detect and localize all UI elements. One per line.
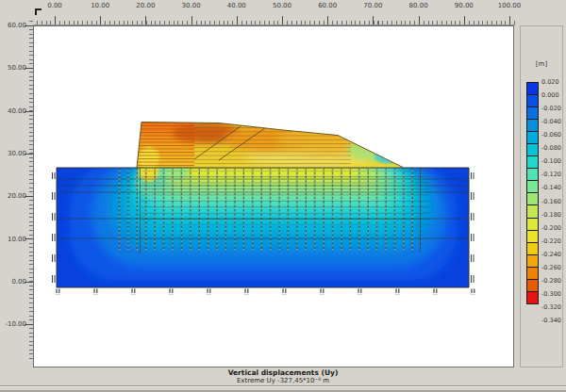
colorbar-cell xyxy=(526,230,539,243)
colorbar-value: -0.060 xyxy=(541,131,561,139)
left-ruler-label: 60.00 xyxy=(8,22,26,29)
top-ruler-label: 40.00 xyxy=(227,2,246,9)
colorbar-value: -0.180 xyxy=(541,211,561,219)
legend-panel: [m] 0.0200.000-0.020-0.040-0.060-0.080-0… xyxy=(520,25,563,368)
legend-labels: 0.0200.000-0.020-0.040-0.060-0.080-0.100… xyxy=(541,82,564,327)
top-ruler-label: 70.00 xyxy=(363,2,382,9)
left-ruler-label: 30.00 xyxy=(8,150,26,157)
colorbar-cell xyxy=(526,242,539,255)
colorbar-cell xyxy=(526,192,539,205)
colorbar-cell xyxy=(526,254,539,268)
colorbar-cell xyxy=(526,131,539,144)
colorbar-value: -0.300 xyxy=(541,290,561,298)
colorbar-value: -0.160 xyxy=(541,198,561,205)
top-ruler: 0.00 10.00 20.00 30.00 40.00 50.00 60.00… xyxy=(33,2,516,11)
top-ruler-label: 0.00 xyxy=(47,2,62,9)
colorbar-cell xyxy=(526,82,539,95)
colorbar-cell xyxy=(526,94,539,107)
extreme-value-label: Extreme Uy -327,45*10⁻³ m xyxy=(0,377,566,384)
right-roller-symbols xyxy=(471,172,476,289)
colorbar-value: -0.280 xyxy=(541,277,561,285)
embankment xyxy=(136,121,407,170)
left-ruler-label: 20.00 xyxy=(8,192,26,200)
colorbar-value: -0.220 xyxy=(541,237,561,245)
colorbar-value: -0.320 xyxy=(541,303,561,311)
left-ruler-label: 40.00 xyxy=(8,107,26,115)
vertical-drains xyxy=(117,169,422,252)
colorbar-value: -0.080 xyxy=(541,144,561,152)
colorbar-cell xyxy=(526,204,539,218)
bottom-fixity-symbols xyxy=(55,289,475,295)
colorbar-cell xyxy=(526,143,539,156)
colorbar-cell xyxy=(526,180,539,193)
top-ruler-label: 100.00 xyxy=(498,2,522,9)
embankment-layer-lines xyxy=(194,123,351,167)
colorbar-value: 0.020 xyxy=(541,78,559,86)
colorbar-cell xyxy=(526,119,539,132)
colorbar-value: 0.000 xyxy=(541,91,559,99)
top-ruler-label: 30.00 xyxy=(182,2,201,9)
colorbar-cell xyxy=(526,106,539,120)
top-ruler-label: 80.00 xyxy=(409,2,428,9)
top-ruler-ticks xyxy=(33,12,515,25)
soil-block xyxy=(57,159,469,287)
legend-colorbar xyxy=(526,82,539,304)
top-ruler-label: 20.00 xyxy=(136,2,155,9)
colorbar-cell xyxy=(526,267,539,280)
colorbar-value: -0.240 xyxy=(541,251,561,258)
top-ruler-label: 90.00 xyxy=(455,2,474,9)
plot-caption: Vertical displacements (Uy) Extreme Uy -… xyxy=(0,368,566,384)
colorbar-value: -0.100 xyxy=(541,157,561,165)
colorbar-value: -0.260 xyxy=(541,264,561,271)
left-roller-symbols xyxy=(51,172,57,289)
colorbar-value: -0.340 xyxy=(541,317,561,324)
colorbar-cell xyxy=(526,218,539,231)
left-ruler-label: 50.00 xyxy=(8,64,26,72)
top-ruler-label: 10.00 xyxy=(91,2,109,9)
reinforcement-layers xyxy=(138,122,194,167)
plaxis-output-window: { "rulers": { "top": {"labels": ["0.00",… xyxy=(0,0,566,392)
statusbar-divider-highlight xyxy=(0,386,566,387)
legend-unit-label: [m] xyxy=(521,60,562,68)
colorbar-cell xyxy=(526,155,539,169)
plot-title: Vertical displacements (Uy) xyxy=(0,368,566,377)
colorbar-value: -0.200 xyxy=(541,224,561,232)
colorbar-value: -0.040 xyxy=(541,118,561,125)
displacement-contour-plot xyxy=(34,26,513,367)
left-ruler: 60.00 50.00 40.00 30.00 20.00 10.00 0.00… xyxy=(4,21,26,341)
colorbar-cell xyxy=(526,291,539,304)
left-ruler-label: 10.00 xyxy=(8,236,26,243)
top-ruler-label: 60.00 xyxy=(318,2,337,9)
colorbar-cell xyxy=(526,279,539,292)
colorbar-value: -0.020 xyxy=(541,105,561,112)
colorbar-value: -0.120 xyxy=(541,171,561,178)
plot-canvas[interactable] xyxy=(33,25,514,368)
left-ruler-ticks xyxy=(25,21,33,366)
colorbar-cell xyxy=(526,168,539,181)
colorbar-value: -0.140 xyxy=(541,184,561,191)
top-ruler-label: 50.00 xyxy=(273,2,291,9)
left-ruler-label: -10.00 xyxy=(5,320,26,328)
